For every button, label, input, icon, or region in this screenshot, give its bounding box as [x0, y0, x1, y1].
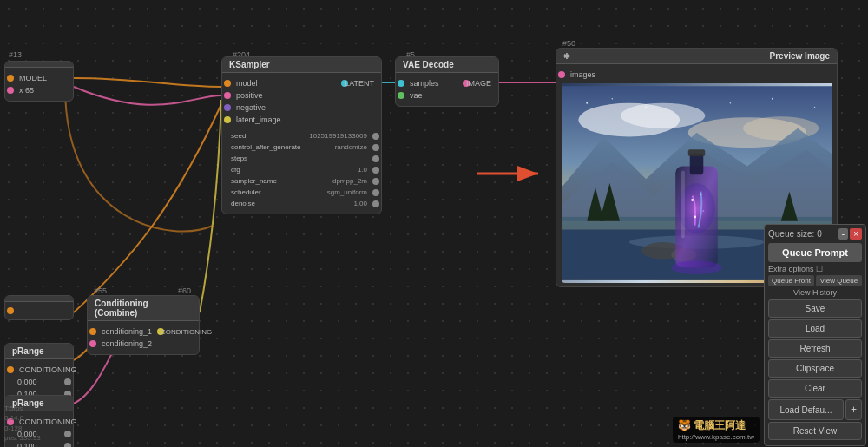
dot-ksampler-neg — [224, 104, 231, 111]
svg-point-20 — [700, 194, 701, 195]
preview-id: #50 — [562, 39, 575, 48]
ksampler-title: KSampler — [222, 57, 381, 73]
ksampler-row-negative: negative — [227, 102, 376, 113]
vaedecode-vae-row: vae — [401, 90, 493, 101]
dot-cond1 — [89, 328, 96, 335]
node55-body — [5, 302, 73, 319]
ksampler-control-row: control_after_generate randomize — [227, 142, 376, 152]
ksampler-denoise-row: denoise 1.00 — [227, 199, 376, 208]
ksampler-row-latent: latent_image — [227, 115, 376, 125]
node-55[interactable] — [4, 295, 74, 320]
svg-point-30 — [671, 260, 721, 274]
dot-cond2 — [89, 340, 96, 347]
node13-row-model: MODEL — [10, 73, 68, 83]
ksampler-sampler-row: sampler_name dpmpp_2m — [227, 176, 376, 186]
dot-prange1-in — [7, 366, 14, 373]
svg-point-2 — [621, 103, 705, 128]
small-buttons-row: Queue Front View Queue — [768, 275, 862, 286]
ksampler-row-positive: positive — [227, 90, 376, 101]
dot-preview-images — [558, 71, 565, 78]
dot-x65 — [7, 87, 14, 94]
node13-body: MODEL x 65 — [5, 68, 73, 101]
dot-vaedecode-samples — [398, 80, 404, 87]
vaedecode-title: VAE Decode — [396, 57, 498, 73]
vaedecode-body: samples IMAGE vae — [396, 73, 498, 106]
preview-images-row: images — [562, 69, 832, 80]
dot-vaedecode-vae — [398, 92, 404, 99]
svg-point-26 — [645, 107, 647, 108]
cond-combine-body: conditioning_1 CONDITIONING conditioning… — [88, 321, 199, 354]
dot-ksampler-latentimg — [224, 116, 231, 123]
dot-55-1 — [7, 307, 14, 314]
svg-point-21 — [694, 215, 696, 218]
node-cond-combine[interactable]: Conditioning (Combine) conditioning_1 CO… — [87, 295, 200, 355]
preview-title: ✱ Preview Image — [556, 49, 837, 64]
ksampler-seed-row: seed 102519919133009 — [227, 131, 376, 141]
ksampler-cfg-row: cfg 1.0 — [227, 165, 376, 174]
node-canvas: #13 #204 #5 #50 #55 #60 MODEL x 65 KSamp… — [0, 0, 868, 447]
node13-id: #13 — [9, 50, 22, 59]
svg-point-22 — [702, 210, 704, 212]
node-ksampler[interactable]: KSampler model LATENT positive negative … — [221, 56, 382, 214]
queue-prompt-button[interactable]: Queue Prompt — [768, 243, 862, 262]
svg-rect-23 — [681, 170, 685, 238]
watermark: 🐯 電腦王阿達 http://www.kpase.com.tw — [673, 417, 760, 443]
vaedecode-samples-row: samples IMAGE — [401, 78, 493, 89]
dot-ksampler-model — [224, 80, 231, 87]
queue-front-button[interactable]: Queue Front — [768, 275, 814, 286]
dot-model — [7, 75, 14, 82]
node-vaedecode[interactable]: VAE Decode samples IMAGE vae — [395, 56, 499, 107]
ksampler-scheduler-row: scheduler sgm_uniform — [227, 187, 376, 197]
node55-row1 — [10, 307, 68, 314]
svg-point-24 — [586, 102, 588, 104]
svg-rect-17 — [688, 149, 705, 156]
svg-rect-16 — [690, 154, 704, 174]
arrow-indicator — [473, 161, 551, 187]
prange1-title: pRange — [5, 344, 73, 359]
close-button[interactable]: × — [850, 228, 862, 240]
clear-button[interactable]: Clear — [768, 379, 862, 398]
dot-ksampler-pos — [224, 92, 231, 99]
clipspace-button[interactable]: Clipspace — [768, 359, 862, 378]
node13-row-x65: x 65 — [10, 85, 68, 95]
panel-header: Queue size: 0 - × — [768, 228, 862, 240]
prange1-val1-row: 0.000 — [10, 377, 68, 387]
node55-label: #55 — [94, 286, 107, 295]
view-history-button[interactable]: View History — [768, 288, 862, 297]
cond-cond2-row: conditioning_2 — [93, 339, 194, 349]
svg-point-27 — [730, 102, 732, 104]
cond-cond1-row: conditioning_1 CONDITIONING — [93, 326, 194, 337]
queue-size-label: Queue size: 0 — [768, 229, 822, 239]
load-button[interactable]: Load — [768, 319, 862, 338]
node-13[interactable]: MODEL x 65 — [4, 61, 74, 102]
save-button[interactable]: Save — [768, 299, 862, 318]
svg-point-19 — [691, 199, 694, 201]
view-queue-button[interactable]: View Queue — [816, 275, 862, 286]
ksampler-steps-row: steps — [227, 154, 376, 163]
node13-title — [5, 62, 73, 68]
extra-options: Extra options ☐ — [768, 265, 862, 273]
ksampler-body: model LATENT positive negative latent_im… — [222, 73, 381, 214]
refresh-button[interactable]: Refresh — [768, 339, 862, 358]
add-button[interactable]: + — [845, 399, 862, 420]
reset-view-button[interactable]: Reset View — [768, 422, 862, 440]
ksampler-row-model: model LATENT — [227, 78, 376, 89]
node60-label: #60 — [178, 286, 191, 295]
cond-combine-title: Conditioning (Combine) — [88, 296, 199, 321]
right-panel: Queue size: 0 - × Queue Prompt Extra opt… — [764, 224, 866, 446]
svg-point-25 — [612, 98, 614, 100]
svg-point-29 — [814, 107, 816, 108]
minimize-button[interactable]: - — [838, 228, 848, 240]
svg-point-28 — [772, 98, 773, 100]
load-default-button[interactable]: Load Defau... — [768, 399, 844, 420]
prange1-input-row: CONDITIONING — [10, 365, 68, 375]
bottom-info: T:5fps 0.14.0 0-128 pos: 335.93 — [4, 404, 41, 443]
node55-title — [5, 296, 73, 302]
